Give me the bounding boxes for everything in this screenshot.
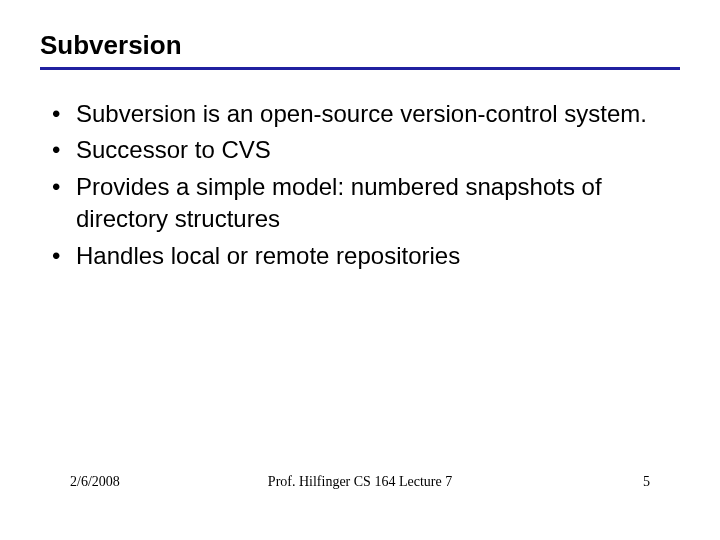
list-item: Handles local or remote repositories xyxy=(52,240,680,272)
footer-page-number: 5 xyxy=(643,474,650,490)
bullet-list: Subversion is an open-source version-con… xyxy=(40,98,680,272)
footer-center: Prof. Hilfinger CS 164 Lecture 7 xyxy=(268,474,452,490)
slide-footer: 2/6/2008 Prof. Hilfinger CS 164 Lecture … xyxy=(0,474,720,490)
title-divider xyxy=(40,67,680,70)
list-item: Provides a simple model: numbered snapsh… xyxy=(52,171,680,236)
list-item: Subversion is an open-source version-con… xyxy=(52,98,680,130)
footer-date: 2/6/2008 xyxy=(70,474,120,490)
slide-title: Subversion xyxy=(40,30,680,61)
list-item: Successor to CVS xyxy=(52,134,680,166)
